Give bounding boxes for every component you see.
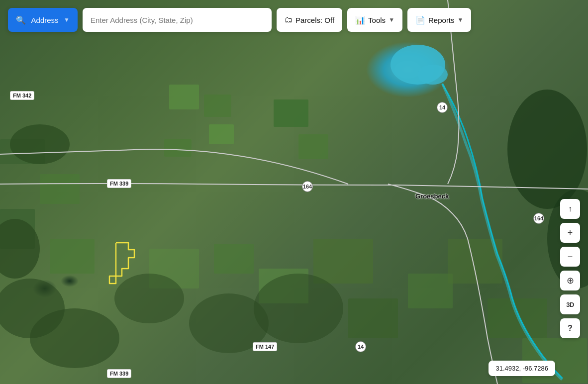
address-label: Address	[31, 16, 59, 24]
svg-rect-4	[274, 99, 308, 127]
tools-button[interactable]: 📊 Tools ▼	[347, 8, 402, 32]
threed-button[interactable]: 3D	[560, 294, 580, 314]
help-button[interactable]: ?	[560, 318, 580, 338]
svg-point-25	[254, 274, 343, 343]
svg-rect-15	[408, 274, 453, 308]
svg-rect-3	[164, 139, 192, 157]
svg-point-19	[10, 124, 70, 164]
tools-label: Tools	[368, 16, 386, 24]
address-button[interactable]: 🔍 Address ▼	[8, 8, 78, 32]
svg-rect-14	[348, 298, 398, 338]
svg-point-22	[30, 308, 119, 368]
chevron-down-icon: ▼	[389, 16, 394, 23]
svg-point-29	[418, 65, 448, 85]
svg-rect-11	[214, 244, 254, 274]
reports-icon: 📄	[415, 15, 425, 25]
address-search-field[interactable]	[83, 8, 272, 32]
map-controls: ↑ + − ⊕ 3D ?	[560, 199, 580, 338]
svg-rect-2	[209, 124, 234, 144]
svg-rect-13	[313, 239, 373, 284]
locate-icon: ⊕	[567, 275, 574, 286]
plus-icon: +	[568, 228, 573, 238]
parcels-icon: 🗂	[285, 15, 293, 24]
chevron-down-icon: ▼	[458, 16, 464, 23]
svg-rect-7	[40, 174, 80, 204]
reports-button[interactable]: 📄 Reports ▼	[407, 8, 471, 32]
city-groesbeck-label: Groesbeck	[415, 192, 449, 200]
coordinates-text: 31.4932, -96.7286	[495, 365, 548, 372]
coordinates-display: 31.4932, -96.7286	[489, 361, 555, 376]
svg-rect-9	[50, 239, 95, 274]
route14-bottom-label: 14	[355, 341, 366, 352]
search-icon: 🔍	[16, 15, 26, 25]
zoom-in-button[interactable]: +	[560, 223, 580, 243]
svg-rect-0	[169, 85, 199, 109]
threed-label: 3D	[566, 301, 574, 308]
toolbar: 🔍 Address ▼ 🗂 Parcels: Off 📊 Tools ▼ 📄 R…	[0, 8, 588, 32]
fm339-bottom-label: FM 339	[107, 369, 131, 378]
route14-top-label: 14	[437, 102, 448, 113]
zoom-out-button[interactable]: −	[560, 247, 580, 267]
parcels-button[interactable]: 🗂 Parcels: Off	[277, 8, 342, 32]
fm339-left-label: FM 339	[107, 179, 131, 188]
svg-rect-5	[298, 134, 328, 159]
route164-center-label: 164	[302, 181, 313, 192]
fm342-label: FM 342	[10, 91, 34, 100]
locate-button[interactable]: ⊕	[560, 271, 580, 290]
fm147-label: FM 147	[253, 342, 277, 351]
map-svg-overlay	[0, 0, 588, 384]
reports-label: Reports	[428, 16, 455, 24]
minus-icon: −	[568, 252, 573, 262]
north-arrow-button[interactable]: ↑	[560, 199, 580, 219]
north-arrow-icon: ↑	[568, 204, 572, 213]
svg-point-23	[114, 274, 184, 323]
question-mark-icon: ?	[568, 324, 573, 333]
tools-icon: 📊	[355, 15, 365, 25]
map-container[interactable]: FM 342 FM 339 FM 339 FM 147 164 164 14 1…	[0, 0, 588, 384]
address-input[interactable]	[91, 16, 264, 24]
svg-rect-1	[204, 95, 231, 117]
route164-right-label: 164	[533, 213, 544, 224]
chevron-down-icon: ▼	[64, 16, 70, 23]
parcels-label: Parcels: Off	[295, 16, 334, 24]
